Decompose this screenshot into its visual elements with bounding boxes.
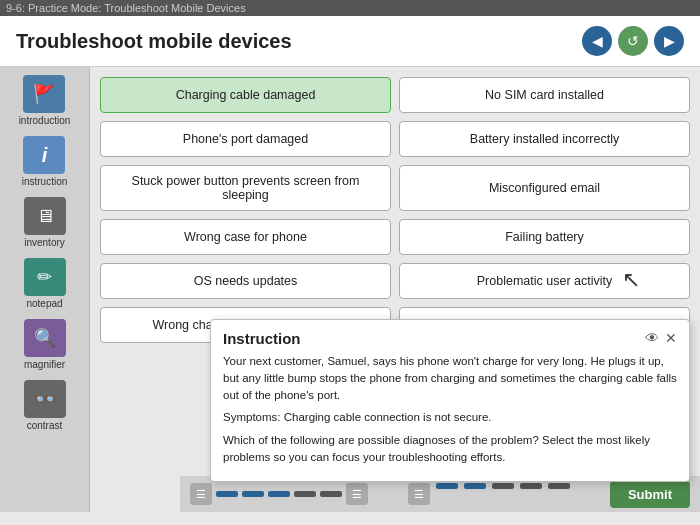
sidebar-item-magnifier[interactable]: 🔍 magnifier — [24, 319, 66, 370]
page-title: Troubleshoot mobile devices — [16, 30, 292, 53]
header: Troubleshoot mobile devices ◀ ↺ ▶ — [0, 16, 700, 67]
close-icon[interactable]: ✕ — [665, 330, 677, 346]
instruction-symptoms: Symptoms: Charging cable connection is n… — [223, 409, 677, 426]
option-port-damaged[interactable]: Phone's port damaged — [100, 121, 391, 157]
eye-icon[interactable]: 👁 — [645, 330, 659, 346]
sidebar-item-inventory[interactable]: 🖥 inventory — [24, 197, 66, 248]
inventory-icon: 🖥 — [24, 197, 66, 235]
sidebar-label-inventory: inventory — [24, 237, 65, 248]
sidebar-item-contrast[interactable]: 👓 contrast — [24, 380, 66, 431]
instruction-question: Which of the following are possible diag… — [223, 432, 677, 467]
options-grid: Charging cable damaged No SIM card insta… — [100, 77, 690, 343]
option-failing-battery[interactable]: Failing battery — [399, 219, 690, 255]
progress-dot-4 — [294, 491, 316, 497]
progress-dots: ☰ ☰ — [190, 483, 368, 505]
progress-dot-3 — [268, 491, 290, 497]
option-problematic-user[interactable]: Problematic user activity — [399, 263, 690, 299]
bottom-control-icon: ☰ — [408, 483, 430, 505]
instruction-popup-header: Instruction 👁 ✕ — [223, 330, 677, 347]
progress-dot-9 — [520, 483, 542, 489]
progress-dot-8 — [492, 483, 514, 489]
sidebar-label-instruction: instruction — [22, 176, 68, 187]
option-misconfigured-email[interactable]: Misconfigured email — [399, 165, 690, 211]
progress-icon-2: ☰ — [346, 483, 368, 505]
title-bar: 9-6: Practice Mode: Troubleshoot Mobile … — [0, 0, 700, 16]
option-charging-cable[interactable]: Charging cable damaged — [100, 77, 391, 113]
main-container: 🚩 introduction i instruction 🖥 inventory… — [0, 67, 700, 512]
nav-icons: ◀ ↺ ▶ — [582, 26, 684, 56]
progress-icon-1: ☰ — [190, 483, 212, 505]
progress-dot-7 — [464, 483, 486, 489]
option-os-updates[interactable]: OS needs updates — [100, 263, 391, 299]
introduction-icon: 🚩 — [23, 75, 65, 113]
instruction-popup: Instruction 👁 ✕ Your next customer, Samu… — [210, 319, 690, 483]
progress-dot-5 — [320, 491, 342, 497]
progress-dot-2 — [242, 491, 264, 497]
instruction-icon: i — [23, 136, 65, 174]
sidebar-label-magnifier: magnifier — [24, 359, 65, 370]
sidebar-item-notepad[interactable]: ✏ notepad — [24, 258, 66, 309]
instruction-body: Your next customer, Samuel, says his pho… — [223, 353, 677, 405]
option-wrong-case[interactable]: Wrong case for phone — [100, 219, 391, 255]
bottom-icon-group: ☰ — [408, 483, 570, 505]
instruction-popup-controls: 👁 ✕ — [645, 330, 677, 346]
sidebar-label-contrast: contrast — [27, 420, 63, 431]
instruction-popup-title: Instruction — [223, 330, 301, 347]
sidebar-label-notepad: notepad — [26, 298, 62, 309]
progress-dot-6 — [436, 483, 458, 489]
sidebar-label-introduction: introduction — [19, 115, 71, 126]
notepad-icon: ✏ — [24, 258, 66, 296]
forward-button[interactable]: ▶ — [654, 26, 684, 56]
option-stuck-power[interactable]: Stuck power button prevents screen from … — [100, 165, 391, 211]
back-button[interactable]: ◀ — [582, 26, 612, 56]
progress-dot-10 — [548, 483, 570, 489]
contrast-icon: 👓 — [24, 380, 66, 418]
submit-button[interactable]: Submit — [610, 481, 690, 508]
option-no-sim[interactable]: No SIM card installed — [399, 77, 690, 113]
sidebar-item-instruction[interactable]: i instruction — [22, 136, 68, 187]
progress-dot-1 — [216, 491, 238, 497]
sidebar: 🚩 introduction i instruction 🖥 inventory… — [0, 67, 90, 512]
refresh-button[interactable]: ↺ — [618, 26, 648, 56]
sidebar-item-introduction[interactable]: 🚩 introduction — [19, 75, 71, 126]
option-battery-installed[interactable]: Battery installed incorrectly — [399, 121, 690, 157]
content-area: Charging cable damaged No SIM card insta… — [90, 67, 700, 512]
magnifier-icon: 🔍 — [24, 319, 66, 357]
